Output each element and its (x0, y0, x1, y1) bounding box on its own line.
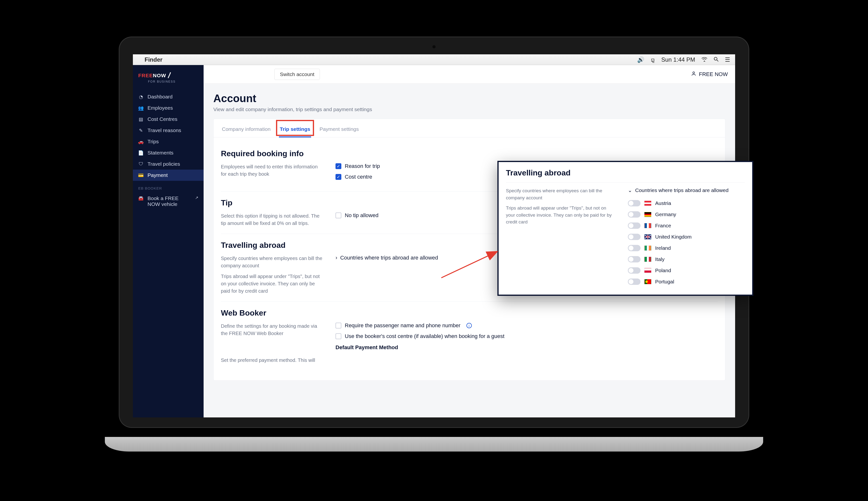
svg-point-2 (693, 72, 695, 73)
flag-de-icon (645, 212, 651, 217)
nav-icon: 🚗 (138, 139, 144, 145)
expander-label: Countries where trips abroad are allowed (340, 255, 438, 261)
webbooker-option-checkbox[interactable] (335, 323, 341, 329)
sidebar-item-label: Employees (147, 105, 173, 111)
logo-now: NOW (153, 73, 166, 78)
menu-icon[interactable]: ☰ (725, 56, 730, 63)
flag-at-icon (645, 201, 651, 206)
webbooker-option-row: Require the passenger name and phone num… (335, 322, 718, 329)
country-name: Italy (655, 256, 665, 262)
sidebar-item-dashboard[interactable]: ◔Dashboard (133, 91, 203, 102)
svg-point-0 (714, 57, 717, 60)
sidebar-item-travel-reasons[interactable]: ✎Travel reasons (133, 125, 203, 136)
laptop-base (105, 437, 763, 451)
sidebar-item-travel-policies[interactable]: 🛡Travel policies (133, 158, 203, 170)
country-name: Germany (655, 212, 676, 217)
country-name: Portugal (655, 279, 674, 285)
logo-free: FREE (138, 73, 153, 78)
flag-ie-icon (645, 246, 651, 250)
tab-payment-settings[interactable]: Payment settings (318, 122, 360, 137)
sidebar-item-label: Travel reasons (147, 127, 181, 133)
sidebar-item-trips[interactable]: 🚗Trips (133, 136, 203, 147)
country-toggle[interactable] (628, 200, 640, 206)
country-toggle[interactable] (628, 256, 640, 263)
topbar: Switch account FREE NOW (203, 65, 735, 84)
sidebar-item-label: Cost Centres (147, 116, 178, 122)
logo-sub: FOR BUSINESS (148, 80, 198, 83)
tip-option-checkbox[interactable] (335, 213, 341, 218)
country-name: Poland (655, 268, 671, 274)
macos-menubar: Finder 🔊 ⚼ Sun 1:44 PM ☰ (133, 54, 735, 65)
required-option-label: Cost centre (345, 174, 372, 180)
sidebar-item-statements[interactable]: 📄Statements (133, 147, 203, 158)
country-toggle[interactable] (628, 211, 640, 217)
chevron-down-icon: ⌄ (628, 188, 632, 193)
webbooker-option-label: Require the passenger name and phone num… (345, 322, 461, 329)
country-toggle[interactable] (628, 234, 640, 240)
nav-icon: ◔ (138, 94, 144, 100)
sidebar-item-label: Payment (147, 172, 168, 178)
country-toggle[interactable] (628, 223, 640, 229)
desc-webbooker: Define the settings for any booking made… (221, 322, 323, 364)
country-name: United Kingdom (655, 234, 691, 240)
page-title: Account (213, 92, 725, 105)
country-toggle[interactable] (628, 278, 640, 285)
required-option-checkbox[interactable]: ✓ (335, 163, 341, 169)
flag-it-icon (645, 257, 651, 262)
country-toggle[interactable] (628, 267, 640, 274)
bluetooth-icon[interactable]: ⚼ (651, 56, 655, 63)
expander-label: Countries where trips abroad are allowed (635, 188, 729, 193)
tip-option-label: No tip allowed (345, 212, 378, 218)
topbar-account[interactable]: FREE NOW (691, 71, 728, 78)
sidebar-item-label: Book a FREE NOW vehicle (147, 195, 191, 207)
country-name: Austria (655, 200, 671, 206)
flag-fr-icon (645, 223, 651, 228)
tab-company-information[interactable]: Company information (221, 122, 272, 137)
flag-gb-icon (645, 234, 651, 239)
tab-trip-settings[interactable]: Trip settings (279, 122, 311, 137)
country-row-it: Italy (628, 254, 745, 265)
search-icon[interactable] (714, 56, 719, 63)
menubar-app-name[interactable]: Finder (145, 56, 163, 63)
sidebar-item-book-vehicle[interactable]: 🚘 Book a FREE NOW vehicle ↗ (133, 193, 203, 210)
chevron-right-icon: › (335, 255, 337, 261)
heading-webbooker: Web Booker (221, 309, 718, 318)
sidebar-item-employees[interactable]: 👥Employees (133, 102, 203, 114)
country-toggle[interactable] (628, 245, 640, 251)
sidebar: FREENOW〳 FOR BUSINESS ◔Dashboard👥Employe… (133, 65, 203, 417)
desc-abroad: Specify countries where employees can bi… (221, 255, 323, 295)
camera (432, 45, 436, 49)
topbar-company: FREE NOW (699, 71, 728, 77)
country-row-pt: Portugal (628, 276, 745, 287)
sidebar-item-cost-centres[interactable]: ▤Cost Centres (133, 114, 203, 125)
sidebar-section-booker: EB BOOKER (133, 181, 203, 193)
nav-icon: ▤ (138, 117, 144, 122)
flag-pl-icon (645, 268, 651, 273)
required-option-label: Reason for trip (345, 163, 380, 169)
popout-heading: Travelling abroad (506, 168, 745, 178)
required-option-checkbox[interactable]: ✓ (335, 174, 341, 180)
sidebar-item-label: Trips (147, 139, 159, 145)
user-icon (691, 71, 696, 78)
country-row-de: Germany (628, 209, 745, 220)
section-webbooker: Web Booker Define the settings for any b… (221, 302, 718, 371)
svg-line-1 (717, 60, 718, 61)
switch-account-button[interactable]: Switch account (274, 69, 320, 80)
desc-tip: Select this option if tipping is not all… (221, 212, 323, 227)
nav-icon: 👥 (138, 105, 144, 111)
popout-travelling-abroad: Travelling abroad Specify countries wher… (498, 161, 753, 296)
volume-icon[interactable]: 🔊 (637, 56, 645, 63)
sidebar-item-payment[interactable]: 💳Payment (133, 170, 203, 181)
external-link-icon: ↗ (195, 195, 198, 200)
country-name: Ireland (655, 245, 671, 251)
default-payment-label: Default Payment Method (335, 344, 718, 351)
menubar-time[interactable]: Sun 1:44 PM (661, 56, 695, 63)
car-icon: 🚘 (138, 195, 144, 201)
nav-icon: 💳 (138, 172, 144, 178)
info-icon[interactable]: i (467, 323, 472, 328)
wifi-icon[interactable] (701, 56, 707, 63)
webbooker-option-checkbox[interactable] (335, 333, 341, 339)
webbooker-option-label: Use the booker's cost centre (if availab… (345, 333, 504, 339)
flag-pt-icon (645, 279, 651, 284)
countries-expander-open[interactable]: ⌄ Countries where trips abroad are allow… (628, 188, 745, 193)
